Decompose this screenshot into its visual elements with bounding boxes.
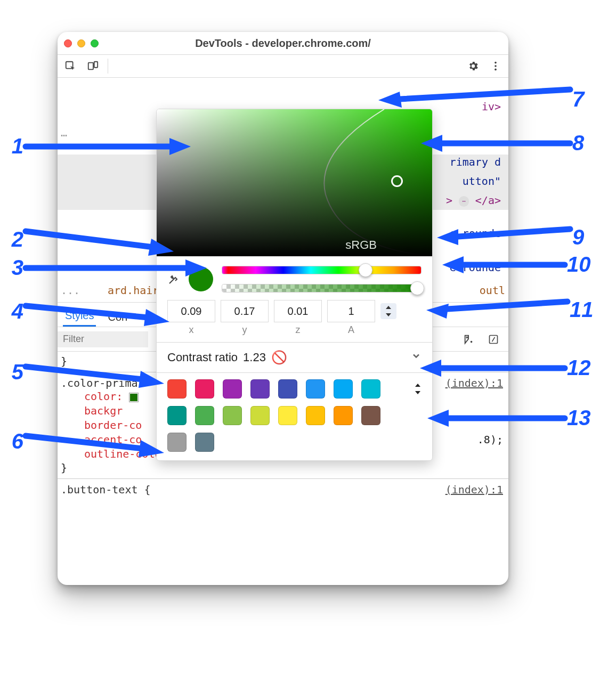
- contrast-label: Contrast ratio: [167, 351, 238, 364]
- more-button[interactable]: [488, 59, 503, 74]
- palette-swatch[interactable]: [306, 406, 325, 425]
- y-value-input[interactable]: 0.17: [221, 300, 269, 322]
- contrast-fail-icon: 🚫: [271, 350, 287, 365]
- callout-10: 10: [442, 253, 590, 277]
- palette-swatch[interactable]: [278, 406, 297, 425]
- palette-grid: [167, 379, 382, 452]
- palette-swatch[interactable]: [167, 406, 187, 425]
- svg-marker-26: [442, 256, 464, 273]
- callout-1: 1: [0, 134, 191, 158]
- palette-swatch[interactable]: [361, 406, 380, 425]
- svg-line-21: [400, 90, 570, 99]
- svg-point-5: [495, 69, 497, 71]
- svg-marker-9: [169, 138, 191, 155]
- toolbar-divider: [108, 59, 108, 74]
- window-title: DevTools - developer.chrome.com/: [58, 37, 508, 50]
- palette-swatch[interactable]: [334, 406, 353, 425]
- svg-line-25: [458, 229, 570, 237]
- svg-line-14: [26, 306, 148, 318]
- svg-line-18: [26, 436, 143, 449]
- callout-5: 5: [0, 356, 164, 388]
- svg-marker-22: [421, 135, 442, 152]
- contrast-value: 1.23: [243, 351, 266, 364]
- settings-button[interactable]: [466, 59, 481, 74]
- palette-swatch[interactable]: [361, 379, 380, 399]
- css-selector[interactable]: .button-text {: [61, 483, 151, 496]
- svg-marker-24: [437, 229, 458, 245]
- palette-section: [157, 372, 432, 460]
- devtools-toolbar: [58, 54, 508, 78]
- svg-point-6: [471, 341, 472, 342]
- palette-swatch[interactable]: [195, 379, 214, 399]
- palette-swatch[interactable]: [250, 379, 270, 399]
- palette-swatch[interactable]: [250, 406, 270, 425]
- callout-13: 13: [427, 406, 590, 430]
- palette-swatch[interactable]: [223, 406, 242, 425]
- palette-switch-button[interactable]: [414, 383, 422, 398]
- svg-marker-15: [144, 309, 169, 326]
- x-value-input[interactable]: 0.09: [167, 300, 215, 322]
- callout-7: 7: [378, 83, 596, 115]
- toggle-element-state-button[interactable]: [461, 332, 476, 347]
- alpha-value-input[interactable]: 1: [327, 300, 375, 322]
- css-rule: .button-text { (index):1: [58, 482, 508, 497]
- callout-9: 9: [437, 224, 596, 250]
- svg-marker-13: [185, 259, 207, 277]
- callout-4: 4: [0, 295, 169, 327]
- device-toggle-button[interactable]: [85, 59, 100, 74]
- svg-marker-30: [420, 360, 441, 377]
- palette-swatch[interactable]: [306, 379, 325, 399]
- hue-slider[interactable]: [222, 266, 422, 274]
- styles-filter-input[interactable]: [58, 331, 148, 347]
- spectrum-area[interactable]: sRGB: [157, 109, 432, 256]
- z-value-input[interactable]: 0.01: [274, 300, 322, 322]
- svg-line-16: [26, 367, 143, 379]
- palette-swatch[interactable]: [334, 379, 353, 399]
- format-switch-button[interactable]: [380, 303, 396, 319]
- palette-swatch[interactable]: [278, 379, 297, 399]
- alpha-slider[interactable]: [222, 284, 422, 292]
- css-source-link[interactable]: (index):1: [445, 483, 503, 496]
- palette-swatch[interactable]: [195, 433, 214, 452]
- callout-6: 6: [0, 425, 164, 457]
- svg-rect-2: [94, 62, 98, 68]
- new-style-rule-button[interactable]: [486, 332, 501, 347]
- svg-marker-17: [139, 371, 164, 388]
- contrast-ratio-row[interactable]: Contrast ratio 1.23 🚫: [157, 342, 432, 372]
- callout-11: 11: [426, 296, 593, 323]
- inspect-element-button[interactable]: [63, 59, 78, 74]
- titlebar: DevTools - developer.chrome.com/: [58, 32, 508, 54]
- palette-swatch[interactable]: [167, 379, 187, 399]
- color-space-label: sRGB: [345, 238, 377, 252]
- svg-line-10: [26, 231, 153, 247]
- svg-marker-19: [139, 440, 164, 457]
- svg-point-4: [495, 65, 497, 67]
- color-picker-popup: sRGB 0.09x: [156, 109, 433, 461]
- palette-swatch[interactable]: [223, 379, 242, 399]
- svg-rect-1: [88, 63, 93, 70]
- spectrum-thumb[interactable]: [391, 175, 403, 187]
- callout-2: 2: [0, 221, 175, 258]
- svg-marker-11: [148, 239, 174, 256]
- callout-12: 12: [420, 356, 590, 380]
- palette-swatch[interactable]: [167, 433, 187, 452]
- svg-marker-28: [426, 304, 449, 319]
- svg-marker-32: [427, 410, 449, 427]
- color-values-row: 0.09x 0.17y 0.01z 1A: [157, 298, 432, 342]
- callout-8: 8: [421, 131, 596, 155]
- svg-line-29: [448, 302, 568, 309]
- srgb-boundary-curve: [294, 109, 432, 256]
- callout-3: 3: [0, 256, 207, 280]
- palette-swatch[interactable]: [195, 406, 214, 425]
- svg-point-3: [495, 62, 497, 64]
